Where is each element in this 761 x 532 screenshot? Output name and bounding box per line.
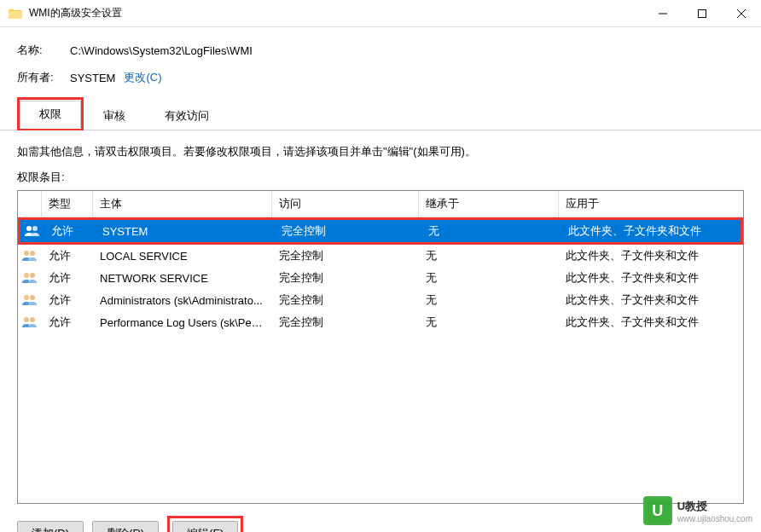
cell-applies: 此文件夹、子文件夹和文件: [559, 291, 743, 309]
table-header: 类型 主体 访问 继承于 应用于: [18, 191, 743, 217]
cell-applies: 此文件夹、子文件夹和文件: [559, 269, 743, 287]
cell-access: 完全控制: [272, 291, 419, 309]
owner-label: 所有者:: [17, 70, 70, 85]
watermark: U U教授 www.ujiaoshou.com: [643, 496, 752, 525]
highlight-box-selected-row: 允许 SYSTEM 完全控制 无 此文件夹、子文件夹和文件: [18, 217, 743, 245]
watermark-brand: U教授: [677, 499, 752, 514]
svg-point-12: [24, 317, 29, 322]
th-type[interactable]: 类型: [42, 191, 93, 217]
table-row[interactable]: 允许 SYSTEM 完全控制 无 此文件夹、子文件夹和文件: [20, 220, 741, 242]
cell-inherit: 无: [421, 222, 561, 240]
svg-point-10: [24, 295, 29, 300]
table-row[interactable]: 允许NETWORK SERVICE完全控制无此文件夹、子文件夹和文件: [18, 267, 743, 289]
th-applies[interactable]: 应用于: [559, 191, 743, 217]
th-icon: [18, 191, 42, 217]
th-access[interactable]: 访问: [272, 191, 419, 217]
watermark-icon: U: [643, 496, 672, 525]
cell-applies: 此文件夹、子文件夹和文件: [561, 222, 741, 240]
cell-inherit: 无: [419, 246, 559, 265]
tab-auditing[interactable]: 审核: [84, 102, 145, 130]
tab-permissions[interactable]: 权限: [20, 101, 81, 129]
name-label: 名称:: [17, 43, 70, 58]
cell-type: 允许: [42, 313, 93, 332]
svg-point-8: [24, 273, 29, 278]
table-empty-region: [17, 333, 744, 504]
cell-principal: LOCAL SERVICE: [93, 248, 272, 264]
cell-principal: Administrators (sk\Administrato...: [93, 292, 272, 309]
minimize-button[interactable]: [643, 0, 683, 27]
highlight-box-tab: 权限: [17, 97, 84, 130]
svg-point-9: [30, 273, 35, 278]
people-icon: [21, 315, 38, 329]
cell-principal: NETWORK SERVICE: [93, 270, 272, 286]
cell-type: 允许: [42, 291, 93, 309]
table-row[interactable]: 允许Administrators (sk\Administrato...完全控制…: [18, 289, 743, 311]
svg-point-5: [32, 226, 38, 231]
cell-access: 完全控制: [272, 269, 419, 287]
cell-access: 完全控制: [272, 246, 419, 265]
cell-applies: 此文件夹、子文件夹和文件: [559, 246, 743, 265]
cell-type: 允许: [42, 246, 93, 265]
people-icon: [21, 293, 38, 307]
th-inherit[interactable]: 继承于: [419, 191, 559, 217]
permissions-table: 类型 主体 访问 继承于 应用于 允许 SYSTEM 完全控制 无 此文件夹、子…: [17, 190, 744, 333]
edit-button[interactable]: 编辑(E): [172, 521, 238, 532]
owner-value: SYSTEM: [70, 72, 115, 84]
close-button[interactable]: [722, 0, 761, 27]
table-row[interactable]: 允许Performance Log Users (sk\Perf...完全控制无…: [18, 311, 743, 333]
svg-point-11: [30, 295, 35, 300]
people-icon: [24, 224, 41, 238]
cell-principal: SYSTEM: [96, 223, 275, 240]
cell-inherit: 无: [419, 269, 559, 287]
name-value: C:\Windows\System32\LogFiles\WMI: [70, 44, 253, 57]
add-button[interactable]: 添加(D): [17, 521, 84, 532]
permission-entries-label: 权限条目:: [17, 170, 744, 185]
table-row[interactable]: 允许LOCAL SERVICE完全控制无此文件夹、子文件夹和文件: [18, 245, 743, 267]
cell-inherit: 无: [419, 291, 559, 309]
svg-point-6: [24, 251, 29, 256]
remove-button[interactable]: 删除(R): [92, 521, 159, 532]
svg-point-13: [30, 317, 35, 322]
people-icon: [21, 271, 38, 285]
cell-applies: 此文件夹、子文件夹和文件: [559, 313, 743, 332]
svg-point-4: [26, 226, 32, 231]
cell-access: 完全控制: [275, 222, 421, 240]
tabs: 权限 审核 有效访问: [0, 97, 761, 130]
title-bar: WMI的高级安全设置: [0, 0, 761, 27]
tab-effective-access[interactable]: 有效访问: [145, 102, 229, 130]
change-owner-link[interactable]: 更改(C): [124, 70, 161, 85]
maximize-button[interactable]: [683, 0, 722, 27]
watermark-url: www.ujiaoshou.com: [677, 514, 752, 523]
highlight-box-edit: 编辑(E): [167, 516, 243, 532]
cell-inherit: 无: [419, 313, 559, 332]
instruction-text: 如需其他信息，请双击权限项目。若要修改权限项目，请选择该项目并单击"编辑"(如果…: [17, 144, 744, 159]
svg-point-7: [30, 251, 35, 256]
cell-principal: Performance Log Users (sk\Perf...: [93, 315, 272, 331]
people-icon: [21, 249, 38, 263]
th-principal[interactable]: 主体: [93, 191, 272, 217]
cell-type: 允许: [44, 222, 96, 240]
cell-access: 完全控制: [272, 313, 419, 332]
folder-icon: [9, 7, 22, 20]
svg-rect-1: [699, 10, 706, 18]
cell-type: 允许: [42, 269, 93, 287]
